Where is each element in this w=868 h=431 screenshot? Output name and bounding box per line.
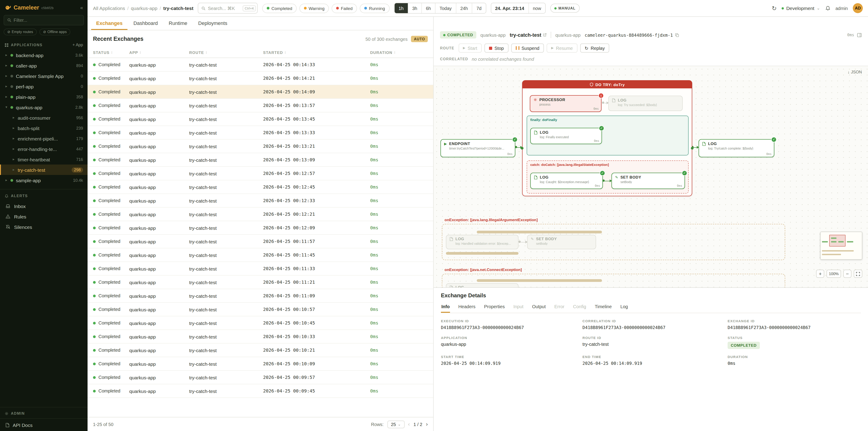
start-button[interactable]: ▶Start [458, 43, 482, 53]
table-row[interactable]: Completed quarkus-app try-catch-test 202… [88, 58, 433, 72]
filter-input[interactable] [13, 18, 80, 23]
suspend-button[interactable]: Suspend [511, 43, 544, 53]
diagram-node-onexc2-log[interactable]: LOG [446, 283, 519, 287]
sidebar-app-perf-app[interactable]: ▸ perf-app 0 [0, 81, 88, 92]
table-row[interactable]: Completed quarkus-app try-catch-test 202… [88, 194, 433, 207]
table-row[interactable]: Completed quarkus-app try-catch-test 202… [88, 289, 433, 303]
diagram-dotry-block[interactable]: DO TRY: doTry ! PROCESSOR process [522, 80, 692, 196]
diagram-node-endpoint[interactable]: ✓ ▶ ENDPOINT timer:tryCatchTest?period=1… [440, 139, 515, 157]
sidebar-app-quarkus-app[interactable]: ▾ quarkus-app 2.8k [0, 102, 88, 112]
detail-tab-info[interactable]: Info [441, 302, 450, 313]
table-row[interactable]: Completed quarkus-app try-catch-test 202… [88, 85, 433, 99]
column-header-app[interactable]: APP↕ [129, 50, 189, 55]
sidebar-route-batch-split[interactable]: ▸ batch-split 239 [0, 123, 88, 133]
table-row[interactable]: Completed quarkus-app try-catch-test 202… [88, 167, 433, 180]
add-app-button[interactable]: + App [72, 43, 83, 47]
sidebar-rules[interactable]: Rules [0, 211, 88, 222]
table-row[interactable]: Completed quarkus-app try-catch-test 202… [88, 235, 433, 248]
diagram-node-onexc1-setbody[interactable]: ✎ SET BODY setBody [527, 235, 596, 249]
avatar[interactable]: AD [853, 3, 863, 13]
sidebar-route-error-handling-te[interactable]: ▸ error-handling-te... 447 [0, 144, 88, 154]
range-3h[interactable]: 3h [408, 3, 422, 13]
table-row[interactable]: Completed quarkus-app try-catch-test 202… [88, 316, 433, 330]
admin-section-header[interactable]: ADMIN [0, 407, 88, 418]
toggle-offline-apps[interactable]: ⊘Offline apps [39, 29, 70, 35]
filter-completed[interactable]: Completed [262, 3, 297, 13]
table-row[interactable]: Completed quarkus-app try-catch-test 202… [88, 371, 433, 384]
column-header-started[interactable]: STARTED↕ [263, 50, 370, 55]
detail-tab-input[interactable]: Input [513, 302, 524, 313]
range-7d[interactable]: 7d [472, 3, 486, 13]
detail-tab-timeline[interactable]: Timeline [594, 302, 612, 313]
sidebar-app-caller-app[interactable]: ▸ caller-app 894 [0, 60, 88, 71]
table-row[interactable]: Completed quarkus-app try-catch-test 202… [88, 275, 433, 289]
copy-icon[interactable] [675, 33, 679, 37]
diagram-node-try-log[interactable]: LOG log: Try succeeded: ${body} [608, 96, 683, 111]
sidebar-route-enrichment-pipeli[interactable]: ▸ enrichment-pipeli... 179 [0, 133, 88, 144]
table-row[interactable]: Completed quarkus-app try-catch-test 202… [88, 112, 433, 126]
diagram-minimap[interactable] [820, 232, 862, 260]
sidebar-route-timer-heartbeat[interactable]: ▸ timer-heartbeat 716 [0, 154, 88, 165]
collapse-sidebar-icon[interactable]: « [80, 5, 83, 10]
table-row[interactable]: Completed quarkus-app try-catch-test 202… [88, 72, 433, 85]
range-1h[interactable]: 1h [395, 3, 408, 13]
sidebar-inbox[interactable]: Inbox [0, 201, 88, 211]
diagram-node-catch-log[interactable]: ✓ LOG log: Caught: ${exception.message} … [530, 173, 603, 189]
sidebar-app-backend-app[interactable]: ▸ backend-app 3.6k [0, 50, 88, 60]
diagram-node-processor[interactable]: ! PROCESSOR process 0ms [530, 95, 601, 112]
table-row[interactable]: Completed quarkus-app try-catch-test 202… [88, 262, 433, 275]
next-page-button[interactable]: › [426, 421, 428, 427]
table-row[interactable]: Completed quarkus-app try-catch-test 202… [88, 207, 433, 221]
search-input[interactable] [208, 6, 241, 11]
resume-button[interactable]: ▶Resume [547, 43, 577, 53]
table-row[interactable]: Completed quarkus-app try-catch-test 202… [88, 140, 433, 153]
detail-tab-config[interactable]: Config [572, 302, 587, 313]
filter-warning[interactable]: Warning [300, 3, 329, 13]
diagram-node-finally-log[interactable]: ✓ LOG log: Finally executed 0ms [530, 128, 602, 144]
table-row[interactable]: Completed quarkus-app try-catch-test 202… [88, 330, 433, 343]
range-24h[interactable]: 24h [456, 3, 472, 13]
sidebar-route-audit-consumer[interactable]: ▸ audit-consumer 956 [0, 112, 88, 123]
diagram-node-onexc1-log[interactable]: LOG log: Handled validation error: ${exc… [446, 235, 519, 249]
sidebar-app-cameleer-sample-app[interactable]: ▸ Cameleer Sample App 0 [0, 71, 88, 81]
breadcrumb-item-try-catch-test[interactable]: try-catch-test [163, 5, 193, 11]
table-row[interactable]: Completed quarkus-app try-catch-test 202… [88, 180, 433, 194]
sidebar-api-docs[interactable]: API Docs [0, 418, 88, 431]
auto-refresh-badge[interactable]: AUTO [411, 36, 428, 42]
table-row[interactable]: Completed quarkus-app try-catch-test 202… [88, 248, 433, 262]
panel-toggle-icon[interactable] [857, 32, 862, 37]
table-row[interactable]: Completed quarkus-app try-catch-test 202… [88, 343, 433, 357]
diagram-node-setbody[interactable]: ✓ ✎ SET BODY setBody 0ms [612, 173, 685, 189]
filter-running[interactable]: Running [360, 3, 390, 13]
detail-tab-log[interactable]: Log [620, 302, 628, 313]
tab-deployments[interactable]: Deployments [193, 17, 232, 30]
detail-tab-error[interactable]: Error [554, 302, 565, 313]
zoom-in-button[interactable]: + [816, 270, 825, 278]
toggle-empty-routes[interactable]: ⊘Empty routes [4, 29, 37, 35]
zoom-out-button[interactable]: − [843, 270, 851, 278]
rows-per-page-select[interactable]: 25 ⌄ [387, 420, 404, 428]
sidebar-route-try-catch-test[interactable]: ▸ try-catch-test 298 [0, 165, 88, 175]
detail-tab-headers[interactable]: Headers [458, 302, 476, 313]
tab-exchanges[interactable]: Exchanges [91, 17, 127, 30]
summary-route-label[interactable]: try-catch-test [509, 32, 547, 38]
column-header-route[interactable]: ROUTE↕ [189, 50, 263, 55]
environment-select[interactable]: Development ⌄ [782, 5, 820, 11]
breadcrumb-item-all-applications[interactable]: All Applications [93, 5, 125, 11]
filter-failed[interactable]: Failed [332, 3, 357, 13]
tab-runtime[interactable]: Runtime [164, 17, 192, 30]
table-row[interactable]: Completed quarkus-app try-catch-test 202… [88, 126, 433, 140]
range-today[interactable]: Today [435, 3, 456, 13]
detail-tab-properties[interactable]: Properties [484, 302, 505, 313]
range-end-button[interactable]: now [528, 3, 545, 13]
table-row[interactable]: Completed quarkus-app try-catch-test 202… [88, 153, 433, 167]
column-header-duration[interactable]: DURATION↕ [370, 50, 428, 55]
notifications-bell-icon[interactable] [825, 5, 831, 11]
table-row[interactable]: Completed quarkus-app try-catch-test 202… [88, 357, 433, 371]
breadcrumb-item-quarkus-app[interactable]: quarkus-app [131, 5, 157, 11]
prev-page-button[interactable]: ‹ [408, 421, 410, 427]
manual-mode-badge[interactable]: MANUAL [550, 4, 580, 13]
column-header-status[interactable]: STATUS↕ [93, 50, 129, 55]
refresh-icon[interactable]: ↻ [772, 5, 777, 11]
table-row[interactable]: Completed quarkus-app try-catch-test 202… [88, 303, 433, 316]
